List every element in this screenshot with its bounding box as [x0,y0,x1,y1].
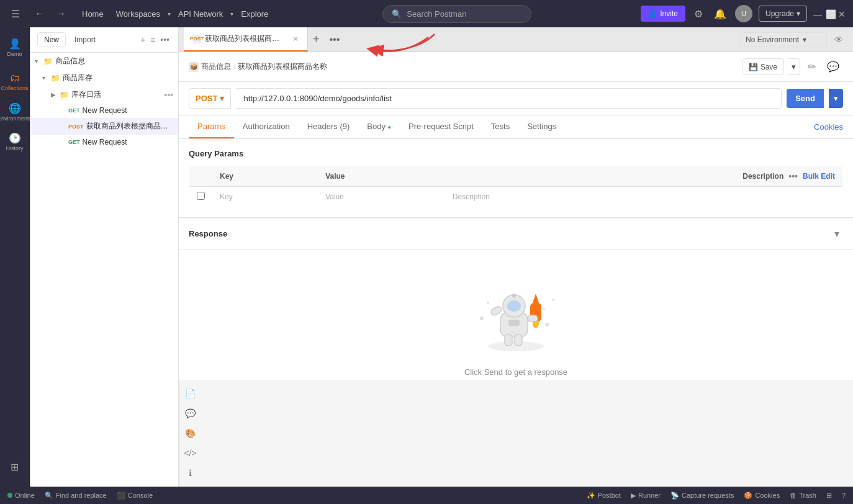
explore-link[interactable]: Explore [236,7,273,21]
svg-point-1 [487,302,489,304]
search-placeholder: Search Postman [407,9,466,19]
tree-item-products[interactable]: ▾ 📁 商品信息 [30,53,178,70]
svg-marker-10 [533,294,539,303]
tree-item-label: New Request [83,138,173,146]
menu-button[interactable]: ☰ [7,6,24,22]
close-button[interactable]: ✕ [838,10,846,17]
minimize-button[interactable]: — [813,10,821,17]
import-button[interactable]: Import [70,33,101,47]
tab-settings[interactable]: Settings [518,115,565,138]
info-icon[interactable]: ℹ [182,464,199,482]
collections-tree: ▾ 📁 商品信息 ▾ 📁 商品库存 ▶ 📁 库存日活 ••• GET Ne [30,53,178,150]
grid-item[interactable]: ⊞ [826,492,832,500]
tree-item-post-list[interactable]: POST 获取商品列表根据商品名称 [30,118,178,135]
invite-icon: 👤 [648,9,657,18]
capture-item[interactable]: 📡 Capture requests [670,492,734,500]
runner-item[interactable]: ▶ Runner [631,492,661,500]
save-button[interactable]: 💾 Save [742,58,784,75]
params-more-icon[interactable]: ••• [788,171,798,181]
api-network-link[interactable]: API Network [173,7,228,21]
tree-item-get-new[interactable]: GET New Request [30,103,178,118]
code-icon[interactable]: </> [182,444,199,462]
tab-post-list[interactable]: POST 获取商品列表根据商品名称 ✕ [184,27,308,52]
titlebar-left: ☰ ← → Home Workspaces ▾ API Network ▾ Ex… [7,6,273,22]
eye-button[interactable]: 👁 [832,32,846,47]
workspace-item[interactable]: 👤 Demo [2,34,27,61]
tree-item-get-new2[interactable]: GET New Request [30,135,178,150]
tab-cookies[interactable]: Cookies [814,122,843,132]
sort-button[interactable]: ≡ [149,34,156,46]
edit-icon[interactable]: ✏ [804,58,819,75]
notifications-button[interactable]: 🔔 [711,6,729,22]
workspaces-link[interactable]: Workspaces [111,7,165,21]
tab-tests[interactable]: Tests [482,115,518,138]
online-status[interactable]: Online [7,492,35,499]
sidebar-item-mock[interactable]: ⊞ [2,453,27,480]
back-button[interactable]: ← [31,6,48,22]
folder-icon: 📁 [60,91,69,99]
paintbrush-icon[interactable]: 🎨 [182,425,199,442]
sidebar-item-environments[interactable]: 🌐 Environments [2,98,27,125]
forward-button[interactable]: → [52,6,70,22]
upgrade-button[interactable]: Upgrade ▾ [759,6,807,22]
upgrade-arrow-icon: ▾ [797,9,800,18]
response-collapse-button[interactable]: ▾ [831,225,843,242]
document-icon[interactable]: 📄 [182,385,199,402]
runner-icon: ▶ [631,492,636,500]
environment-selector[interactable]: No Environment ▾ [740,32,827,47]
send-button[interactable]: Send [787,89,824,108]
comment-icon[interactable]: 💬 [823,58,843,75]
more-dots-icon[interactable]: ••• [164,90,173,100]
panel-header: New Import + ≡ ••• [30,27,178,53]
breadcrumb-collection-icon: 📦 [189,62,199,72]
svg-point-0 [480,317,484,320]
send-arrow-button[interactable]: ▾ [829,89,843,108]
tab-pre-request[interactable]: Pre-request Script [400,115,482,138]
new-tab-button[interactable]: + [308,27,325,52]
params-table: Key Value Description ••• Bulk Edit [189,166,843,207]
trash-item[interactable]: 🗑 Trash [790,492,816,499]
key-cell[interactable]: Key [212,187,318,207]
statusbar-right: ✨ Postbot ▶ Runner 📡 Capture requests 🍪 … [587,492,846,500]
tab-more-button[interactable]: ••• [325,27,345,52]
tree-item-label: 商品信息 [55,56,173,66]
chat-icon[interactable]: 💬 [182,405,199,422]
invite-button[interactable]: 👤 Invite [641,6,685,22]
tab-params[interactable]: Params [189,115,234,138]
tab-authorization[interactable]: Authorization [234,115,299,138]
add-collection-button[interactable]: + [139,34,147,46]
console-item[interactable]: ⬛ Console [117,492,153,500]
bulk-edit-button[interactable]: Bulk Edit [803,172,835,181]
tree-item-inventory[interactable]: ▾ 📁 商品库存 [30,70,178,86]
save-disk-icon: 💾 [749,63,758,71]
postbot-item[interactable]: ✨ Postbot [587,492,621,500]
search-bar[interactable]: 🔍 Search Postman [382,5,531,23]
find-replace-item[interactable]: 🔍 Find and replace [45,492,107,500]
settings-button[interactable]: ⚙ [692,6,705,22]
home-link[interactable]: Home [77,7,109,21]
sidebar-item-history[interactable]: 🕑 History [2,128,27,155]
sidebar-item-collections[interactable]: 🗂 Collections [2,68,27,96]
url-input[interactable] [236,88,782,109]
value-cell[interactable]: Value [318,187,445,207]
row-checkbox[interactable] [189,187,213,207]
svg-point-3 [543,308,545,310]
param-checkbox[interactable] [197,192,205,200]
workspace-icon: 👤 [9,38,21,50]
tab-body[interactable]: Body ● [358,115,400,138]
cookies-item[interactable]: 🍪 Cookies [744,492,780,500]
tab-close-icon[interactable]: ✕ [292,35,299,43]
help-item[interactable]: ? [842,492,846,499]
response-header: Response ▾ [179,218,853,250]
folder-icon: 📁 [43,57,53,66]
tab-headers[interactable]: Headers (9) [299,115,359,138]
tree-item-daily[interactable]: ▶ 📁 库存日活 ••• [30,86,178,103]
new-button[interactable]: New [37,32,66,47]
save-arrow-button[interactable]: ▾ [788,58,800,75]
method-selector[interactable]: POST ▾ [189,88,231,109]
more-button[interactable]: ••• [159,34,171,46]
maximize-button[interactable]: ⬜ [826,10,833,17]
desc-cell[interactable]: Description [445,187,843,207]
postbot-icon: ✨ [587,492,595,500]
statusbar-left: Online 🔍 Find and replace ⬛ Console [7,492,153,500]
